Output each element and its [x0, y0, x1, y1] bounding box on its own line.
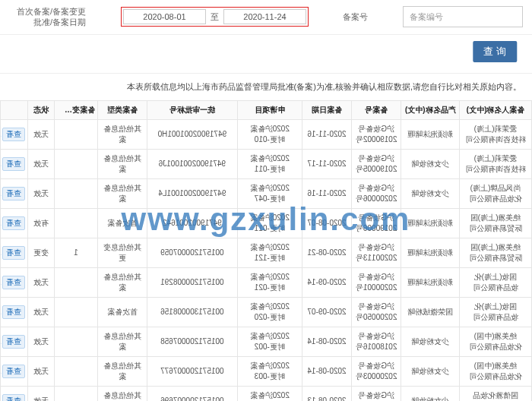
cell: 查看	[1, 238, 28, 267]
cell: 其他信息备案	[98, 386, 147, 401]
date-range-box: 2020-08-01 至 2020-11-24	[121, 7, 309, 27]
cell: 国妆(上海)化 妆品有限公司	[460, 297, 532, 327]
cell	[55, 356, 98, 386]
cell: 少女粉妆啫	[401, 178, 460, 208]
cell: 查看	[1, 386, 28, 401]
cell	[55, 267, 98, 297]
cell: 其他信息备案	[98, 267, 147, 297]
description-note: 本表所载信息均以上海市药品监督管理局批准(备案)为准,核验并确认相应数据,请您自…	[0, 74, 532, 100]
column-header: 申请项目	[237, 100, 302, 119]
cell: 2020-11-16	[302, 178, 351, 208]
cell: 沪G妆备号 20200001号	[352, 267, 401, 297]
view-button[interactable]: 查看	[2, 276, 25, 289]
date-to-input[interactable]: 2020-11-24	[223, 9, 306, 24]
cell	[55, 208, 98, 238]
cell: 查看	[1, 178, 28, 208]
cell: 少女粉妆啫	[401, 356, 460, 386]
cell: 2020沪备案 时更-010	[237, 119, 302, 149]
table-row: 国妆(上海)化 妆品有限公司剃须泡沫啫喱沪G妆备号 20200001号2020-…	[1, 267, 532, 297]
column-header: 备案日期	[302, 100, 351, 119]
view-button[interactable]: 查看	[2, 365, 25, 378]
column-header: 统一审批标号	[147, 100, 237, 119]
keyword-input[interactable]: 备案编号	[403, 6, 523, 27]
cell: 001571200008291	[147, 267, 237, 297]
cell: 其他信息备案	[98, 356, 147, 386]
cell: 剃须泡沫啫喱	[401, 238, 460, 267]
cell: 2020-08-13	[302, 386, 351, 401]
table-row: 爱茉莉(上海) 科技咨询有限公司剃须泡沫啫喱沪G妆备号 20190002号202…	[1, 119, 532, 149]
view-button[interactable]: 查看	[2, 157, 25, 171]
cell: 001571200007059	[147, 238, 237, 267]
cell: 2020-09-07	[302, 297, 351, 327]
cell: 其他信息备案	[98, 178, 147, 208]
cell: 无效	[27, 297, 55, 327]
view-button[interactable]: 查看	[2, 216, 25, 230]
cell: 其他信息备案	[98, 119, 147, 149]
view-button[interactable]: 查看	[2, 246, 25, 260]
cell: 绝美雅(上海)国 际贸易有限公司	[460, 238, 532, 267]
cell: 2020沪备案 时更-003	[237, 356, 302, 386]
cell: 国妆(上海)化 妆品有限公司	[460, 267, 532, 297]
view-button[interactable]: 查看	[2, 305, 25, 319]
cell: 2020-08-21	[302, 238, 351, 267]
column-header: 备案人名称(中文)	[460, 100, 532, 119]
view-button[interactable]: 查看	[2, 394, 25, 401]
table-row: 绝美雅(中国) 化妆品有限公司少女粉妆啫沪G妆备号 20180016号2020-…	[1, 327, 532, 356]
cell: 国荣微绒粉啫	[401, 297, 460, 327]
view-button[interactable]: 查看	[2, 187, 25, 200]
cell: 2020-08-14	[302, 327, 351, 356]
cell: 2020沪备案 时更-011	[237, 208, 302, 238]
column-header: 备案类型	[98, 100, 147, 119]
cell: 沪G妆备号 20190006号	[352, 208, 401, 238]
cell: 查看	[1, 119, 28, 149]
table-row: 尚风品牌(上海) 化妆品有限公司少女粉妆啫沪G妆备号 20200006号2020…	[1, 178, 532, 208]
cell: 无效	[27, 178, 55, 208]
cell: 查看	[1, 356, 28, 386]
cell: 2020-08-07	[302, 208, 351, 238]
cell: 查看	[1, 267, 28, 297]
cell	[55, 386, 98, 401]
cell: 2020-11-16	[302, 119, 351, 149]
cell: 2020-11-17	[302, 149, 351, 178]
cell: 沪G妆备号 20200050号	[352, 297, 401, 327]
cell	[55, 149, 98, 178]
cell: 首次备案	[98, 297, 147, 327]
cell: 其他信息变更	[98, 238, 147, 267]
query-button[interactable]: 查 询	[473, 41, 517, 62]
date-label: 首次备案/备案变更 批准/备案日期	[9, 6, 93, 28]
view-button[interactable]: 查看	[2, 335, 25, 349]
table-row: 绝美雅(上海)国 际贸易有限公司剃须泡沫啫喱沪G妆备号 20200113号202…	[1, 238, 532, 267]
cell: 剃须泡沫啫喱	[401, 119, 460, 149]
cell	[55, 327, 98, 356]
cell: 94719002001001H0	[147, 119, 237, 149]
table-row: 爱茉莉(上海) 科技咨询有限公司少女粉妆啫沪G妆备号 20190005号2020…	[1, 149, 532, 178]
view-button[interactable]: 查看	[2, 128, 25, 141]
cell: 首次备案	[98, 208, 147, 238]
column-header: 状态	[27, 100, 55, 119]
cell: 001571200007677	[147, 356, 237, 386]
cell: 001571300008156	[147, 297, 237, 327]
cell: 尚风品牌(上海) 化妆品有限公司	[460, 178, 532, 208]
cell: 2020沪备案 时更-011	[237, 149, 302, 178]
cell: 2020沪备案 时更-047	[237, 178, 302, 208]
cell	[55, 297, 98, 327]
cell: 无效	[27, 267, 55, 297]
cell: 剃须泡沫啫喱	[401, 267, 460, 297]
cell: 爱茉莉(上海) 科技咨询有限公司	[460, 149, 532, 178]
column-header: 备案号	[352, 100, 401, 119]
cell: 沪G妆备号 20200006号	[352, 178, 401, 208]
cell: 001571200007696	[147, 386, 237, 401]
results-table: 备案人名称(中文)产品名称(中文)备案号备案日期申请项目统一审批标号备案类型备案…	[0, 100, 532, 401]
date-from-input[interactable]: 2020-08-01	[123, 9, 206, 24]
cell: 94719002001001L4	[147, 178, 237, 208]
table-row: 绝美雅(上海)国 际贸易有限公司剃须泡沫啫喱沪G妆备号 20190006号202…	[1, 208, 532, 238]
cell: 94719002001642	[147, 208, 237, 238]
cell: 沪G妆备号 20200002号	[352, 386, 401, 401]
cell: 94719002001001J6	[147, 149, 237, 178]
cell: 无效	[27, 386, 55, 401]
cell: 其他信息备案	[98, 327, 147, 356]
cell: 2020-08-14	[302, 356, 351, 386]
cell: 沪G妆备号 20190002号	[352, 119, 401, 149]
cell: 有效	[27, 208, 55, 238]
cell: 2020沪备案 时更-020	[237, 297, 302, 327]
